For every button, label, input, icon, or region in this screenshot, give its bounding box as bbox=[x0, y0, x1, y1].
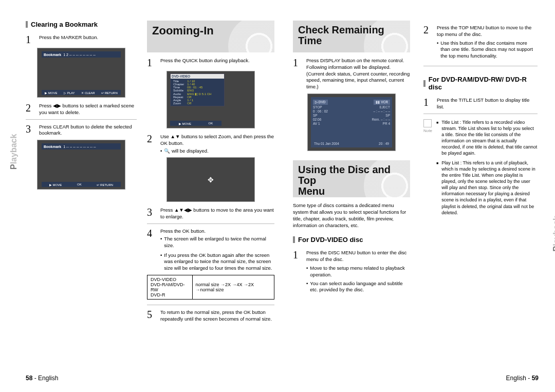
section-tab-right: Playback bbox=[552, 216, 555, 251]
note-play-list: Play List : This refers to a unit of pla… bbox=[436, 160, 538, 216]
topmenu-step-2: 2 Press the TOP MENU button to move to t… bbox=[423, 25, 538, 60]
page-spread: Playback Playback Clearing a Bookmark 1 … bbox=[0, 0, 555, 392]
step-3: 3 Press CLEAR button to delete the selec… bbox=[26, 124, 137, 137]
column-zooming-in: Zooming-In 1 Press the QUICK button duri… bbox=[147, 21, 274, 364]
page-footer-left: 58 - English bbox=[26, 375, 58, 382]
dvdvideo-step-1: 1 Press the DISC MENU button to enter th… bbox=[293, 250, 410, 293]
zoom-table: DVD-VIDEO DVD-RAM/DVD-RW DVD-R normal si… bbox=[147, 275, 274, 300]
zoom-step-2: 2 Use ▲▼ buttons to select Zoom, and the… bbox=[147, 134, 274, 154]
screenshot-remaining-time: ▷ DVD▮▮ VCR STOPEJECT 0 : 06 : 02– : – –… bbox=[307, 94, 396, 151]
screenshot-osd: DVD-VIDEO Title1 / 10 Chapter1 / 40 Time… bbox=[166, 71, 255, 128]
heading-for-dvd-ram: For DVD-RAM/DVD-RW/ DVD-R disc bbox=[423, 76, 538, 91]
heading-clearing-bookmark: Clearing a Bookmark bbox=[26, 21, 137, 28]
step-2: 2 Press ◀▶ buttons to select a marked sc… bbox=[26, 103, 137, 116]
note-block: Note Title List : Title refers to a reco… bbox=[423, 119, 538, 219]
time-step-1: 1 Press DISPLAY button on the remote con… bbox=[293, 58, 410, 90]
banner-check-remaining-time: Check Remaining Time bbox=[293, 21, 410, 52]
heading-for-dvd-video: For DVD-VIDEO disc bbox=[293, 236, 410, 244]
zoom-step-1: 1 Press the QUICK button during playback… bbox=[147, 58, 274, 68]
page-footer-right: English - 59 bbox=[506, 375, 539, 382]
step-1: 1 Press the MARKER button. bbox=[26, 34, 137, 45]
screenshot-zoom-cursor: ✥ bbox=[166, 157, 255, 202]
column-clearing-bookmark: Clearing a Bookmark 1 Press the MARKER b… bbox=[26, 21, 137, 364]
screenshot-bookmark-2: Bookmark1 -- -- -- -- -- -- -- -- -- ▶ M… bbox=[37, 140, 125, 190]
column-top-menu-notes: 2 Press the TOP MENU button to move to t… bbox=[423, 21, 538, 364]
section-tab-left: Playback bbox=[9, 134, 18, 170]
banner-disc-top-menu: Using the Disc and TopMenu bbox=[293, 160, 410, 197]
ram-step-1: 1 Press the TITLE LIST button to display… bbox=[423, 97, 538, 110]
zoom-step-3: 3 Press ▲▼◀▶ buttons to move to the area… bbox=[147, 207, 274, 220]
note-title-list: Title List : Title refers to a recorded … bbox=[436, 119, 538, 157]
banner-zooming-in: Zooming-In bbox=[147, 21, 274, 52]
column-check-time: Check Remaining Time 1 Press DISPLAY but… bbox=[293, 21, 410, 364]
zoom-step-4: 4 Press the OK button. The screen will b… bbox=[147, 228, 274, 272]
disc-menu-intro: Some type of discs contains a dedicated … bbox=[293, 202, 410, 229]
note-icon: Note bbox=[423, 119, 432, 219]
screenshot-bookmark-1: Bookmark1 2 -- -- -- -- -- -- -- -- ▶ MO… bbox=[37, 48, 125, 98]
zoom-step-5: 5 To return to the normal size, press th… bbox=[147, 309, 274, 323]
